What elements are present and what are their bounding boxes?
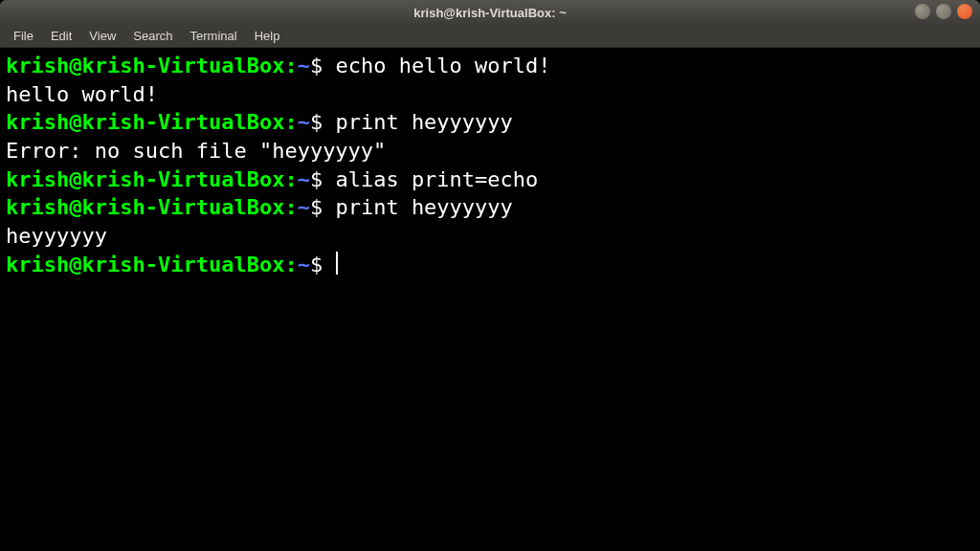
prompt-dollar: $ <box>310 167 336 191</box>
command-text: alias print=echo <box>335 167 538 191</box>
prompt-path: ~ <box>298 54 310 77</box>
menu-edit[interactable]: Edit <box>43 27 79 45</box>
window-title: krish@krish-VirtualBox: ~ <box>413 6 566 20</box>
prompt-path: ~ <box>298 195 310 219</box>
menu-view[interactable]: View <box>81 27 123 45</box>
terminal-viewport[interactable]: krish@krish-VirtualBox:~$ echo hello wor… <box>0 48 980 551</box>
close-button[interactable] <box>957 4 972 19</box>
titlebar[interactable]: krish@krish-VirtualBox: ~ <box>0 0 980 25</box>
menu-search[interactable]: Search <box>125 27 180 45</box>
prompt-dollar: $ <box>310 54 336 77</box>
terminal-line: krish@krish-VirtualBox:~$ alias print=ec… <box>6 165 974 194</box>
terminal-line: krish@krish-VirtualBox:~$ echo hello wor… <box>6 52 974 80</box>
prompt-dollar: $ <box>310 195 336 219</box>
prompt-dollar: $ <box>310 253 336 276</box>
prompt-userhost: krish@krish-VirtualBox <box>6 110 284 134</box>
terminal-window: krish@krish-VirtualBox: ~ File Edit View… <box>0 0 980 551</box>
command-text: print heyyyyyy <box>335 195 512 219</box>
prompt-dollar: $ <box>310 110 336 134</box>
terminal-output: Error: no such file "heyyyyyy" <box>6 137 974 165</box>
prompt-path: ~ <box>298 110 310 134</box>
prompt-colon: : <box>284 54 297 77</box>
menu-help[interactable]: Help <box>247 27 288 45</box>
command-text: echo hello world! <box>335 54 550 77</box>
prompt-colon: : <box>284 195 297 219</box>
prompt-colon: : <box>284 167 297 191</box>
prompt-colon: : <box>284 110 297 134</box>
prompt-userhost: krish@krish-VirtualBox <box>6 167 284 191</box>
menubar: File Edit View Search Terminal Help <box>0 25 980 48</box>
terminal-line: krish@krish-VirtualBox:~$ print heyyyyyy <box>6 193 974 222</box>
prompt-path: ~ <box>298 167 310 191</box>
prompt-colon: : <box>284 253 297 276</box>
window-controls <box>915 4 972 19</box>
terminal-line: krish@krish-VirtualBox:~$ <box>6 251 974 279</box>
prompt-path: ~ <box>298 253 310 276</box>
command-text: print heyyyyyy <box>335 110 512 134</box>
minimize-button[interactable] <box>915 4 930 19</box>
terminal-output: hello world! <box>6 80 974 109</box>
prompt-userhost: krish@krish-VirtualBox <box>6 195 284 219</box>
cursor <box>336 252 338 275</box>
maximize-button[interactable] <box>936 4 951 19</box>
prompt-userhost: krish@krish-VirtualBox <box>6 54 284 77</box>
menu-file[interactable]: File <box>6 27 41 45</box>
terminal-line: krish@krish-VirtualBox:~$ print heyyyyyy <box>6 108 974 137</box>
menu-terminal[interactable]: Terminal <box>183 27 245 45</box>
prompt-userhost: krish@krish-VirtualBox <box>6 253 284 276</box>
terminal-output: heyyyyyy <box>6 222 974 251</box>
